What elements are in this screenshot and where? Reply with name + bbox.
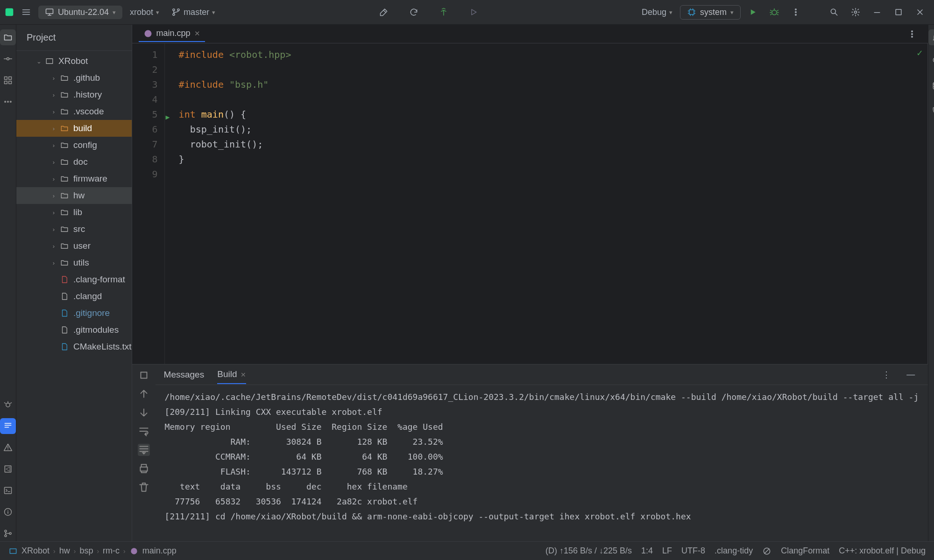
tab-close-button[interactable]: ✕ — [194, 29, 200, 38]
tree-folder[interactable]: › lib — [16, 204, 132, 221]
tab-close-button[interactable]: ✕ — [241, 371, 246, 378]
vcs-tool-button[interactable] — [0, 525, 16, 541]
svg-marker-22 — [5, 466, 11, 472]
tree-file[interactable]: .clangd — [16, 288, 132, 305]
tree-file[interactable]: .gitignore — [16, 305, 132, 322]
run-config-selector[interactable]: system▾ — [680, 5, 741, 20]
tree-item-label: config — [73, 140, 97, 150]
search-everywhere-button[interactable] — [825, 6, 843, 19]
msg-up-button[interactable] — [138, 388, 150, 400]
status-line-ending[interactable]: LF — [662, 546, 672, 556]
ai-tool-button[interactable] — [928, 54, 934, 70]
project-tree[interactable]: ⌄ XRobot › .github› .history› .vscode› b… — [16, 51, 132, 541]
left-tool-rail — [0, 25, 16, 541]
tree-folder[interactable]: › .github — [16, 70, 132, 86]
main-menu-button[interactable] — [17, 6, 35, 19]
tree-folder[interactable]: › src — [16, 221, 132, 238]
debug-config-selector[interactable]: Debug▾ — [637, 6, 677, 19]
remote-os-pill[interactable]: Ubuntu-22.04 ▾ — [38, 6, 122, 19]
tree-item-label: .gitmodules — [73, 325, 119, 335]
messages-tab-build[interactable]: Build✕ — [217, 365, 246, 384]
minimize-button[interactable] — [868, 6, 886, 19]
database-tool-button[interactable] — [928, 78, 934, 94]
status-target[interactable]: C++: xrobot.elf | Debug — [839, 546, 926, 556]
tree-folder[interactable]: › build — [16, 120, 132, 137]
folder-icon — [60, 225, 69, 233]
structure-tool-button[interactable] — [0, 72, 16, 88]
tree-item-label: firmware — [73, 174, 107, 184]
tree-root[interactable]: ⌄ XRobot — [16, 53, 132, 70]
folder-icon — [60, 91, 69, 99]
run-small-button[interactable] — [464, 6, 483, 19]
project-selector[interactable]: xrobot▾ — [125, 6, 164, 19]
debug-button[interactable] — [765, 6, 784, 19]
svg-rect-15 — [9, 77, 12, 80]
tree-folder[interactable]: › .vscode — [16, 103, 132, 120]
commit-icon — [3, 54, 13, 63]
tree-folder[interactable]: › utils — [16, 254, 132, 271]
tree-folder[interactable]: › firmware — [16, 170, 132, 187]
folder-icon — [60, 158, 69, 166]
debug-tool-button[interactable] — [0, 397, 16, 413]
events-tool-button[interactable] — [0, 504, 16, 520]
tree-folder[interactable]: › hw — [16, 187, 132, 204]
maximize-button[interactable] — [889, 6, 908, 19]
app-logo-icon — [5, 7, 14, 17]
status-formatter[interactable]: ClangFormat — [781, 546, 829, 556]
messages-tool-button[interactable] — [0, 418, 16, 434]
project-tool-button[interactable] — [0, 29, 16, 45]
code-content[interactable]: #include <robot.hpp> #include "bsp.h" in… — [165, 43, 928, 364]
build-output[interactable]: /home/xiao/.cache/JetBrains/RemoteDev/di… — [156, 385, 928, 541]
folder-icon — [60, 74, 69, 82]
msg-stop-button[interactable] — [138, 369, 150, 381]
code-editor[interactable]: ✓ 1234 5▶ 6789 #include <robot.hpp> #inc… — [132, 43, 928, 364]
editor-tab-main[interactable]: main.cpp ✕ — [139, 26, 205, 42]
more-run-button[interactable] — [786, 6, 805, 19]
settings-button[interactable] — [846, 6, 865, 19]
tree-file[interactable]: .gitmodules — [16, 322, 132, 338]
tree-folder[interactable]: › config — [16, 137, 132, 154]
svg-rect-14 — [5, 77, 7, 80]
tree-folder[interactable]: › doc — [16, 154, 132, 170]
tree-file[interactable]: CMakeLists.txt — [16, 338, 132, 355]
commit-tool-button[interactable] — [0, 51, 16, 67]
problems-tool-button[interactable] — [0, 440, 16, 455]
notifications-button[interactable] — [928, 29, 934, 45]
coverage-tool-button[interactable] — [928, 102, 934, 118]
msg-print-button[interactable] — [138, 462, 150, 475]
flash-button[interactable] — [434, 6, 453, 19]
svg-point-19 — [7, 101, 9, 103]
play-icon — [748, 7, 757, 17]
svg-rect-16 — [5, 81, 7, 84]
tab-menu-button[interactable] — [903, 28, 921, 41]
msg-clear-button[interactable] — [138, 481, 150, 493]
hammer-build-button[interactable] — [375, 6, 393, 19]
close-window-button[interactable] — [911, 6, 929, 19]
folder-icon — [60, 175, 69, 183]
tree-file[interactable]: .clang-format — [16, 271, 132, 288]
status-clang-tidy[interactable]: .clang-tidy — [715, 546, 753, 556]
chevron-right-icon: › — [50, 192, 57, 199]
run-tool-button[interactable] — [0, 461, 16, 477]
terminal-tool-button[interactable] — [0, 483, 16, 498]
tree-folder[interactable]: › user — [16, 238, 132, 254]
hammer-icon — [379, 7, 389, 17]
run-button[interactable] — [743, 6, 762, 19]
messages-tab-messages[interactable]: Messages — [164, 366, 205, 384]
msg-softwrap-button[interactable] — [138, 425, 150, 437]
status-encoding[interactable]: UTF-8 — [681, 546, 705, 556]
more-tools-button[interactable] — [0, 94, 16, 110]
messages-hide-button[interactable]: — — [902, 368, 920, 381]
gutter-run-icon[interactable]: ▶ — [166, 110, 170, 125]
tree-folder[interactable]: › .history — [16, 86, 132, 103]
status-network[interactable]: (D) ↑156 B/s / ↓225 B/s — [545, 546, 632, 556]
sync-button[interactable] — [404, 6, 423, 19]
breadcrumb[interactable]: XRobot› hw› bsp› rm-c› main.cpp — [8, 546, 177, 556]
chevron-right-icon: › — [50, 159, 57, 166]
inspection-ok-icon[interactable]: ✓ — [917, 47, 922, 58]
messages-menu-button[interactable]: ⋮ — [877, 368, 895, 382]
git-branch-selector[interactable]: master▾ — [167, 6, 220, 19]
status-position[interactable]: 1:4 — [641, 546, 653, 556]
msg-down-button[interactable] — [138, 406, 150, 419]
msg-scroll-button[interactable] — [138, 444, 150, 456]
